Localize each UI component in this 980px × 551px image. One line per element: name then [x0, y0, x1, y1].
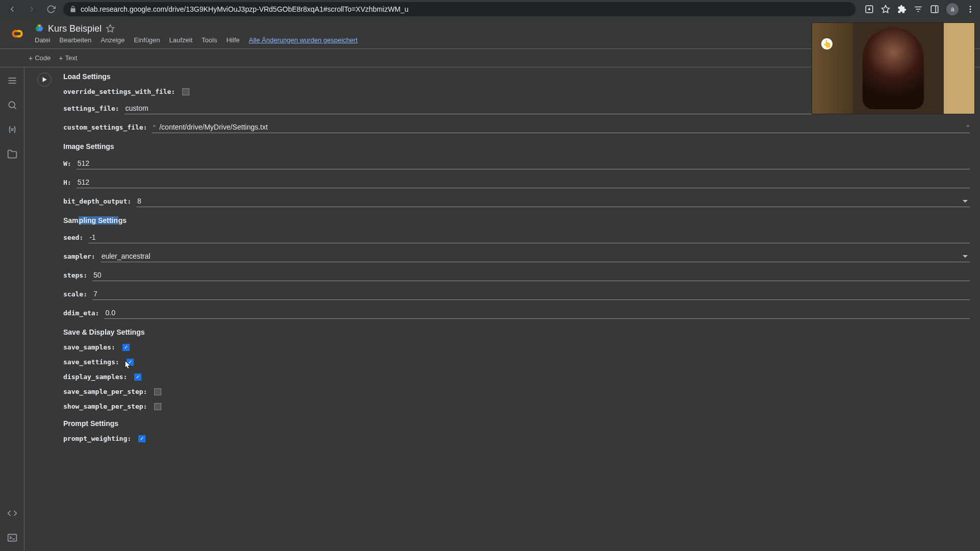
panel-icon[interactable] — [930, 5, 939, 14]
bitdepth-select[interactable]: 8 — [136, 195, 970, 207]
save-samples-checkbox[interactable] — [122, 344, 130, 351]
code-icon — [7, 508, 17, 518]
search-button[interactable] — [7, 100, 17, 110]
arrow-left-icon — [8, 5, 17, 14]
steps-input[interactable] — [92, 269, 970, 281]
webcam-overlay: 👆 — [812, 22, 975, 114]
menu-hilfe[interactable]: Hilfe — [226, 36, 239, 44]
notebook-title[interactable]: Kurs Beispiel — [48, 23, 102, 34]
settings-file-label: settings_file: — [63, 105, 119, 112]
override-label: override_settings_with_file: — [63, 88, 175, 95]
chevron-down-icon — [963, 255, 968, 258]
svg-line-15 — [14, 107, 16, 109]
plus-icon: + — [29, 54, 33, 62]
prompt-weighting-checkbox[interactable] — [138, 435, 145, 442]
prompt-weighting-label: prompt_weighting: — [63, 435, 131, 442]
svg-marker-10 — [107, 25, 114, 32]
h-label: H: — [63, 179, 71, 186]
svg-marker-18 — [43, 77, 47, 82]
person-silhouette — [863, 28, 924, 109]
menu-bearbeiten[interactable]: Bearbeiten — [59, 36, 91, 44]
variables-icon — [7, 124, 17, 135]
colab-logo[interactable] — [8, 24, 27, 43]
chrome-right: a — [861, 3, 975, 15]
back-button[interactable] — [5, 2, 19, 16]
scale-input[interactable] — [92, 288, 970, 300]
reload-icon — [46, 5, 56, 14]
kebab-menu-icon[interactable] — [966, 5, 975, 14]
terminal-icon — [7, 533, 17, 543]
left-rail — [0, 67, 24, 551]
override-checkbox[interactable] — [182, 88, 189, 95]
colab-logo-icon — [8, 24, 27, 43]
toc-button[interactable] — [7, 76, 17, 86]
star-icon[interactable] — [881, 5, 890, 14]
section-save: Save & Display Settings — [63, 328, 970, 336]
variables-button[interactable] — [7, 124, 17, 135]
menu-tools[interactable]: Tools — [202, 36, 217, 44]
menu-laufzeit[interactable]: Laufzeit — [169, 36, 193, 44]
menu-einfuegen[interactable]: Einfügen — [134, 36, 160, 44]
w-label: W: — [63, 160, 71, 167]
filter-icon[interactable] — [914, 5, 923, 14]
sampler-select[interactable]: euler_ancestral — [101, 251, 970, 262]
save-settings-checkbox[interactable] — [127, 359, 134, 366]
terminal-button[interactable] — [7, 533, 17, 543]
reload-button[interactable] — [44, 2, 58, 16]
list-icon — [7, 76, 17, 86]
webcam-bubble: 👆 — [821, 38, 832, 49]
svg-point-7 — [970, 6, 971, 7]
folder-icon — [7, 149, 17, 159]
h-input[interactable] — [77, 177, 970, 188]
notebook-body[interactable]: Load Settings override_settings_with_fil… — [24, 67, 980, 551]
menu-datei[interactable]: Datei — [35, 36, 50, 44]
display-samples-checkbox[interactable] — [134, 373, 141, 381]
scale-label: scale: — [63, 290, 87, 298]
webcam-bg-left — [812, 23, 853, 114]
browser-chrome: colab.research.google.com/drive/13G9KHyM… — [0, 0, 980, 18]
seed-label: seed: — [63, 234, 83, 241]
section-sampling: Sampling Settings — [63, 216, 970, 224]
save-samples-label: save_samples: — [63, 343, 115, 351]
svg-point-8 — [970, 9, 971, 10]
files-button[interactable] — [7, 149, 17, 159]
menu-anzeige[interactable]: Anzeige — [101, 36, 125, 44]
quote-open: " — [152, 123, 156, 131]
add-text-button[interactable]: + Text — [59, 54, 77, 62]
forward-button[interactable] — [24, 2, 39, 16]
title-star-icon[interactable] — [106, 24, 115, 33]
search-icon — [7, 100, 17, 110]
custom-settings-input-container: " " — [152, 121, 970, 133]
extensions-icon[interactable] — [897, 5, 906, 14]
drive-icon — [35, 24, 44, 33]
save-sample-per-step-checkbox[interactable] — [154, 388, 161, 395]
custom-settings-label: custom_settings_file: — [63, 123, 147, 131]
svg-rect-16 — [8, 534, 16, 541]
show-sample-per-step-checkbox[interactable] — [154, 403, 161, 410]
display-samples-label: display_samples: — [63, 373, 127, 381]
show-sample-per-step-label: show_sample_per_step: — [63, 403, 147, 410]
sampler-label: sampler: — [63, 253, 95, 260]
url-text: colab.research.google.com/drive/13G9KHyM… — [81, 5, 408, 13]
add-code-button[interactable]: + Code — [29, 54, 51, 62]
svg-point-9 — [970, 11, 971, 13]
lock-icon — [69, 6, 77, 13]
svg-point-14 — [9, 102, 15, 108]
save-status[interactable]: Alle Änderungen wurden gespeichert — [249, 36, 357, 44]
svg-rect-5 — [931, 6, 938, 13]
code-button[interactable] — [7, 508, 17, 518]
webcam-bg-right — [944, 23, 974, 114]
run-cell-button[interactable] — [37, 72, 52, 87]
custom-settings-input[interactable] — [159, 121, 963, 133]
text-selection: pling Settin — [79, 216, 118, 224]
address-bar[interactable]: colab.research.google.com/drive/13G9KHyM… — [63, 2, 855, 16]
w-input[interactable] — [77, 158, 970, 169]
install-icon[interactable] — [865, 5, 874, 14]
ddim-input[interactable] — [104, 307, 970, 319]
section-prompt: Prompt Settings — [63, 419, 970, 428]
seed-input[interactable] — [88, 232, 970, 243]
bitdepth-label: bit_depth_output: — [63, 197, 131, 205]
form-cell: Load Settings override_settings_with_fil… — [24, 67, 980, 453]
avatar[interactable]: a — [946, 3, 959, 15]
save-sample-per-step-label: save_sample_per_step: — [63, 388, 147, 395]
